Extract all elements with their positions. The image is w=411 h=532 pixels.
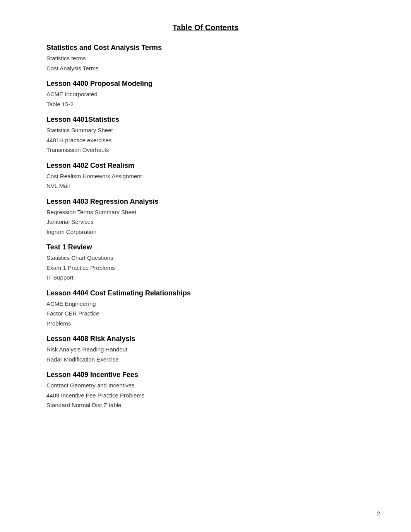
toc-item-6-0[interactable]: ACME Engineering (46, 300, 365, 309)
section-heading-3: Lesson 4402 Cost Realism (46, 162, 365, 170)
toc-item-5-0[interactable]: Statistics Chart Questions (46, 254, 365, 263)
toc-item-2-1[interactable]: 4401H practice exercises (46, 136, 365, 145)
section-heading-5: Test 1 Review (46, 243, 365, 251)
toc-item-2-0[interactable]: Statistics Summary Sheet (46, 126, 365, 135)
toc-item-6-2[interactable]: Problems (46, 319, 365, 328)
section-heading-1: Lesson 4400 Proposal Modeling (46, 80, 365, 88)
toc-item-5-2[interactable]: IT Support (46, 273, 365, 282)
toc-item-4-0[interactable]: Regression Terms Summary Sheet (46, 208, 365, 217)
page: Table Of Contents Statistics and Cost An… (0, 0, 411, 532)
toc-item-0-1[interactable]: Cost Analysis Terms (46, 64, 365, 73)
toc-title: Table Of Contents (46, 23, 365, 32)
toc-item-6-1[interactable]: Factor CER Practice (46, 309, 365, 318)
toc-item-7-1[interactable]: Radar Modification Exercise (46, 355, 365, 364)
toc-item-3-0[interactable]: Cost Realism Homework Assignment (46, 172, 365, 181)
section-heading-4: Lesson 4403 Regression Analysis (46, 198, 365, 206)
toc-item-8-1[interactable]: 4409 Incentive Fee Practice Problems (46, 391, 365, 400)
section-heading-2: Lesson 4401Statistics (46, 116, 365, 124)
toc-item-8-0[interactable]: Contract Geometry and Incentives (46, 381, 365, 390)
toc-item-1-1[interactable]: Table 15-2 (46, 100, 365, 109)
section-heading-6: Lesson 4404 Cost Estimating Relationship… (46, 289, 365, 297)
toc-item-8-2[interactable]: Standard Normal Dist Z table (46, 401, 365, 410)
toc-item-2-2[interactable]: Transmission Overhauls (46, 146, 365, 155)
section-heading-7: Lesson 4408 Risk Analysis (46, 335, 365, 343)
section-heading-8: Lesson 4409 Incentive Fees (46, 371, 365, 379)
toc-item-4-2[interactable]: Ingram Corporation (46, 228, 365, 237)
toc-item-7-0[interactable]: Risk Analysis Reading Handout (46, 345, 365, 354)
page-number: 2 (377, 510, 380, 517)
section-heading-0: Statistics and Cost Analysis Terms (46, 44, 365, 52)
toc-item-5-1[interactable]: Exam 1 Practice Problems (46, 264, 365, 273)
toc-item-1-0[interactable]: ACME Incorporated (46, 90, 365, 99)
toc-item-0-0[interactable]: Statistics terms (46, 54, 365, 63)
toc-sections: Statistics and Cost Analysis TermsStatis… (46, 44, 365, 410)
toc-item-4-1[interactable]: Janitorial Services (46, 218, 365, 227)
toc-item-3-1[interactable]: NVL Mail (46, 182, 365, 191)
